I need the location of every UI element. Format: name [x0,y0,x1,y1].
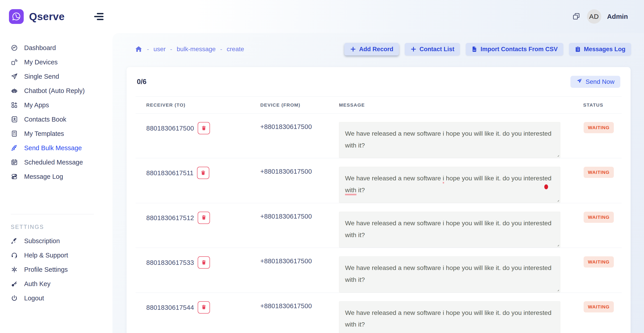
message-text: We have released a new software i hope y… [345,175,552,195]
template-icon [11,130,18,137]
home-icon[interactable] [135,45,142,53]
sidebar-item-chatbot-auto-reply[interactable]: Chatbot (Auto Reply) [0,84,112,98]
delete-row-button[interactable] [198,122,210,134]
delete-row-button[interactable] [198,301,210,314]
status-badge: WAITING [584,122,614,133]
resize-handle-icon[interactable] [556,198,559,202]
receiver-number: 8801830617500 [146,125,194,132]
device-signal-icon [11,58,18,66]
resize-handle-icon[interactable] [556,153,559,157]
sidebar-item-profile-settings[interactable]: Profile Settings [0,262,112,277]
table-header-row: RECEIVER (TO) DEVICE (FROM) MESSAGE STAT… [136,96,622,113]
breadcrumb-separator: - [220,46,222,53]
headset-icon [11,252,18,259]
sidebar-item-dashboard[interactable]: Dashboard [0,41,112,55]
receiver-number: 8801830617512 [146,214,194,222]
trash-icon [201,260,206,266]
trash-icon [201,304,206,311]
table-row: 8801830617511 +8801830617500 We have rel… [136,158,622,203]
key-icon [11,280,18,287]
settings-section-label: SETTINGS [11,224,112,230]
sidebar-item-logout[interactable]: Logout [0,291,112,305]
copy-pages-icon[interactable] [571,12,581,21]
sidebar-item-message-log[interactable]: Message Log [0,169,112,184]
breadcrumb-item-create[interactable]: create [227,46,244,53]
table-row: 8801830617500 +8801830617500 We have rel… [136,113,622,158]
import-csv-button[interactable]: csv Import Contacts From CSV [466,43,563,55]
main-content: -user-bulk-message-create Add Record Con… [112,33,644,333]
message-textarea[interactable]: We have released a new software i hope y… [339,212,560,248]
contacts-book-icon [11,116,18,123]
table-row: 8801830617512 +8801830617500 We have rel… [136,203,622,248]
sidebar-divider [11,214,94,214]
trash-icon [201,215,206,221]
col-header-receiver: RECEIVER (TO) [146,102,260,108]
message-text: We have released a new software i hope y… [345,220,552,239]
paper-plane-icon [11,73,18,80]
brand-logo[interactable]: Qserve [9,9,64,24]
message-textarea[interactable]: We have released a new software i hope y… [339,122,560,158]
send-now-button[interactable]: Send Now [570,76,620,88]
trash-icon [200,170,206,176]
sidebar-settings-nav: Subscription Help & Support Profile Sett… [0,232,112,305]
breadcrumb-item-user[interactable]: user [154,46,166,53]
receiver-number: 8801830617544 [146,304,194,311]
rocket-icon [11,144,18,152]
sidebar-item-contacts-book[interactable]: Contacts Book [0,112,112,126]
col-header-device: DEVICE (FROM) [260,102,339,108]
top-bar: Qserve AD Admin [0,0,644,33]
sidebar-item-auth-key[interactable]: Auth Key [0,277,112,291]
contact-list-button[interactable]: Contact List [405,43,460,55]
sidebar-nav: Dashboard My Devices Single Send Chatbot… [0,33,112,184]
sidebar-item-my-templates[interactable]: My Templates [0,126,112,141]
avatar[interactable]: AD [587,9,601,24]
device-number: +8801830617500 [260,302,339,310]
sidebar: Dashboard My Devices Single Send Chatbot… [0,33,112,333]
add-record-button[interactable]: Add Record [344,43,399,55]
table-row: 8801830617544 +8801830617500 We have rel… [136,293,622,333]
gear-icon [11,266,18,273]
apps-plus-icon [11,101,18,109]
resize-handle-icon[interactable] [556,243,559,246]
sidebar-item-help-support[interactable]: Help & Support [0,248,112,262]
trash-icon [201,125,206,131]
delete-row-button[interactable] [197,167,209,179]
sidebar-item-my-devices[interactable]: My Devices [0,55,112,69]
device-number: +8801830617500 [260,258,339,265]
message-textarea[interactable]: We have released a new software i hope y… [339,301,560,333]
sidebar-toggle-icon[interactable] [93,12,104,21]
sidebar-item-my-apps[interactable]: My Apps [0,98,112,112]
sidebar-item-single-send[interactable]: Single Send [0,69,112,84]
receiver-number: 8801830617511 [146,169,194,177]
col-header-message: MESSAGE [339,102,583,108]
svg-text:csv: csv [473,49,476,51]
sidebar-item-scheduled-message[interactable]: Scheduled Message [0,155,112,169]
message-text: We have released a new software i hope y… [345,264,552,283]
delete-row-button[interactable] [198,256,210,269]
whatsapp-logo-icon [9,9,24,24]
col-header-status: STATUS [583,102,622,108]
robot-icon [11,87,18,94]
sidebar-item-subscription[interactable]: Subscription [0,234,112,248]
message-textarea[interactable]: We have released a new software i hope y… [339,256,560,292]
messages-log-button[interactable]: Messages Log [569,43,631,55]
breadcrumb-item-bulk-message[interactable]: bulk-message [177,46,216,53]
message-textarea[interactable]: We have released a new software i hope y… [339,167,560,203]
misspelled-word: with [345,186,356,195]
status-badge: WAITING [584,212,614,223]
breadcrumb-separator: - [147,46,149,53]
gauge-icon [11,44,18,51]
resize-handle-icon[interactable] [556,288,559,291]
delete-row-button[interactable] [198,212,210,224]
progress-counter: 0/6 [137,78,146,86]
status-badge: WAITING [584,301,614,313]
sidebar-item-send-bulk-message[interactable]: Send Bulk Message [0,141,112,155]
message-text: We have released a new software i hope y… [345,130,552,149]
table-row: 8801830617533 +8801830617500 We have rel… [136,248,622,293]
status-badge: WAITING [584,167,614,178]
status-badge: WAITING [584,256,614,268]
messages-table: RECEIVER (TO) DEVICE (FROM) MESSAGE STAT… [136,96,622,333]
red-dot-indicator [544,184,548,189]
message-text: We have released a new software i hope y… [345,309,552,328]
user-name[interactable]: Admin [607,13,628,20]
